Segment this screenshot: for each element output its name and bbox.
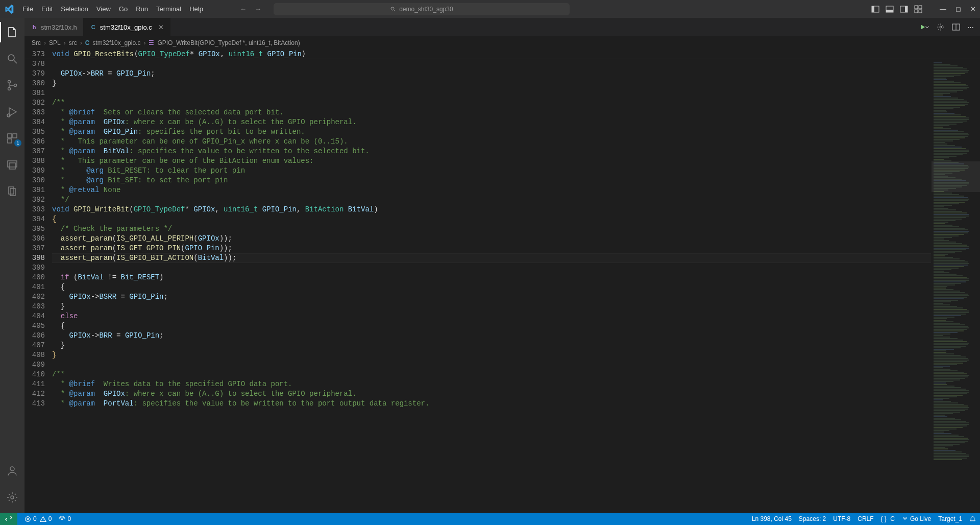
- status-encoding[interactable]: UTF-8: [833, 515, 850, 522]
- code-line[interactable]: GPIOx->BSRR = GPIO_Pin;: [52, 292, 931, 302]
- code-line[interactable]: * @brief Sets or clears the selected dat…: [52, 108, 931, 117]
- run-file-icon[interactable]: [920, 23, 929, 31]
- code-line[interactable]: * @param PortVal: specifies the value to…: [52, 399, 931, 409]
- status-eol[interactable]: CRLF: [857, 515, 873, 522]
- activity-accounts-icon[interactable]: [0, 461, 24, 481]
- minimap-viewport[interactable]: [932, 161, 980, 192]
- status-port[interactable]: 0: [59, 515, 71, 522]
- breadcrumb-segment[interactable]: src: [69, 39, 77, 46]
- code-line[interactable]: * @retval None: [52, 185, 931, 195]
- command-center[interactable]: demo_sht30_sgp30: [274, 3, 570, 15]
- code-line[interactable]: /**: [52, 370, 931, 379]
- code-line[interactable]: * @param GPIOx: where x can be (A..G) to…: [52, 389, 931, 399]
- code-line[interactable]: * @param GPIOx: where x can be (A..G) to…: [52, 117, 931, 127]
- breadcrumb-symbol[interactable]: GPIO_WriteBit(GPIO_TypeDef *, uint16_t, …: [157, 39, 300, 46]
- status-warnings[interactable]: 0: [40, 515, 52, 522]
- layout-sidebar-right-icon[interactable]: [900, 5, 908, 13]
- code-line[interactable]: void GPIO_WriteBit(GPIO_TypeDef* GPIOx, …: [52, 205, 931, 214]
- code-line[interactable]: {: [52, 321, 931, 331]
- code-line[interactable]: /* Check the parameters */: [52, 224, 931, 234]
- status-bell-icon[interactable]: [969, 516, 976, 522]
- code-line[interactable]: [52, 59, 931, 69]
- code-line[interactable]: [52, 88, 931, 98]
- tab-stm32f10x_gpio-c[interactable]: Cstm32f10x_gpio.c✕: [84, 18, 170, 36]
- breadcrumb-file[interactable]: stm32f10x_gpio.c: [92, 39, 140, 46]
- code-line[interactable]: /**: [52, 98, 931, 108]
- maximize-icon[interactable]: ◻: [955, 5, 961, 13]
- status-spaces[interactable]: Spaces: 2: [799, 515, 826, 522]
- status-errors[interactable]: 0: [24, 515, 37, 522]
- activity-run-debug-icon[interactable]: [0, 102, 24, 122]
- code-line[interactable]: }: [52, 350, 931, 360]
- status-target[interactable]: Target_1: [938, 515, 962, 522]
- code-line[interactable]: if (BitVal != Bit_RESET): [52, 273, 931, 282]
- code-line[interactable]: }: [52, 302, 931, 312]
- code-line[interactable]: else: [52, 312, 931, 321]
- code-line[interactable]: * @param BitVal: specifies the value to …: [52, 147, 931, 156]
- code-line[interactable]: }: [52, 341, 931, 350]
- code-line[interactable]: GPIOx->BRR = GPIO_Pin;: [52, 331, 931, 341]
- activity-extensions-icon[interactable]: 1: [0, 128, 24, 149]
- code-line[interactable]: assert_param(IS_GPIO_ALL_PERIPH(GPIOx));: [52, 234, 931, 244]
- activity-bar: 1: [0, 18, 24, 513]
- code-line[interactable]: [52, 263, 931, 273]
- code-line[interactable]: * @param GPIO_Pin: specifies the port bi…: [52, 127, 931, 137]
- layout-sidebar-left-icon[interactable]: [871, 5, 879, 13]
- code-line[interactable]: [52, 360, 931, 370]
- code-line[interactable]: */: [52, 195, 931, 205]
- code-line[interactable]: * @arg Bit_SET: to set the port pin: [52, 176, 931, 185]
- layout-panel-icon[interactable]: [886, 5, 894, 13]
- tab-bar: hstm32f10x.hCstm32f10x_gpio.c✕ ⋯: [24, 18, 980, 36]
- more-actions-icon[interactable]: ⋯: [967, 23, 974, 31]
- breadcrumb-segment[interactable]: Src: [32, 39, 41, 46]
- svg-point-16: [14, 84, 17, 87]
- layout-customize-icon[interactable]: [914, 5, 922, 13]
- nav-forward-icon[interactable]: →: [255, 5, 261, 13]
- menu-run[interactable]: Run: [132, 3, 152, 15]
- code-area[interactable]: GPIOx->BRR = GPIO_Pin;} /** * @brief Set…: [52, 59, 931, 513]
- activity-source-control-icon[interactable]: [0, 75, 24, 96]
- code-line[interactable]: }: [52, 79, 931, 88]
- code-line[interactable]: GPIOx->BRR = GPIO_Pin;: [52, 69, 931, 79]
- status-cursor[interactable]: Ln 398, Col 45: [752, 515, 792, 522]
- file-type-icon: C: [90, 23, 97, 31]
- remote-indicator[interactable]: [0, 513, 17, 525]
- sticky-scroll[interactable]: 373 void GPIO_ResetBits(GPIO_TypeDef* GP…: [24, 50, 980, 59]
- code-line[interactable]: * @brief Writes data to the specified GP…: [52, 379, 931, 389]
- activity-references-icon[interactable]: [0, 181, 24, 202]
- tab-close-icon[interactable]: ✕: [158, 23, 164, 31]
- activity-search-icon[interactable]: [0, 49, 24, 69]
- svg-marker-28: [921, 25, 925, 30]
- menu-file[interactable]: File: [18, 3, 37, 15]
- svg-rect-5: [886, 10, 893, 12]
- menu-view[interactable]: View: [92, 3, 115, 15]
- editor-body[interactable]: 3783793803813823833843853863873883893903…: [24, 59, 980, 513]
- menu-help[interactable]: Help: [185, 3, 207, 15]
- menu-terminal[interactable]: Terminal: [152, 3, 185, 15]
- code-line[interactable]: * This parameter can be one of the BitAc…: [52, 156, 931, 166]
- status-golive[interactable]: Go Live: [902, 515, 931, 522]
- status-lang[interactable]: { } C: [881, 515, 895, 522]
- activity-remote-icon[interactable]: [0, 155, 24, 175]
- activity-explorer-icon[interactable]: [0, 22, 24, 42]
- tab-stm32f10x-h[interactable]: hstm32f10x.h: [24, 18, 84, 36]
- menu-selection[interactable]: Selection: [57, 3, 92, 15]
- code-line[interactable]: {: [52, 214, 931, 224]
- nav-arrows: ← →: [240, 5, 261, 13]
- configure-icon[interactable]: [937, 23, 945, 31]
- breadcrumb-segment[interactable]: SPL: [49, 39, 61, 46]
- code-line[interactable]: * @arg Bit_RESET: to clear the port pin: [52, 166, 931, 176]
- close-icon[interactable]: ✕: [970, 5, 976, 13]
- split-editor-icon[interactable]: [952, 23, 960, 31]
- svg-point-14: [8, 81, 11, 83]
- nav-back-icon[interactable]: ←: [240, 5, 247, 13]
- minimize-icon[interactable]: —: [940, 5, 946, 13]
- code-line[interactable]: * This parameter can be one of GPIO_Pin_…: [52, 137, 931, 147]
- minimap[interactable]: [931, 59, 980, 513]
- menu-edit[interactable]: Edit: [37, 3, 57, 15]
- breadcrumb[interactable]: Src›SPL›src›C stm32f10x_gpio.c›☰ GPIO_Wr…: [24, 36, 980, 50]
- code-line[interactable]: {: [52, 282, 931, 292]
- code-line[interactable]: assert_param(IS_GET_GPIO_PIN(GPIO_Pin));: [52, 244, 931, 253]
- activity-settings-icon[interactable]: [0, 487, 24, 508]
- menu-go[interactable]: Go: [115, 3, 132, 15]
